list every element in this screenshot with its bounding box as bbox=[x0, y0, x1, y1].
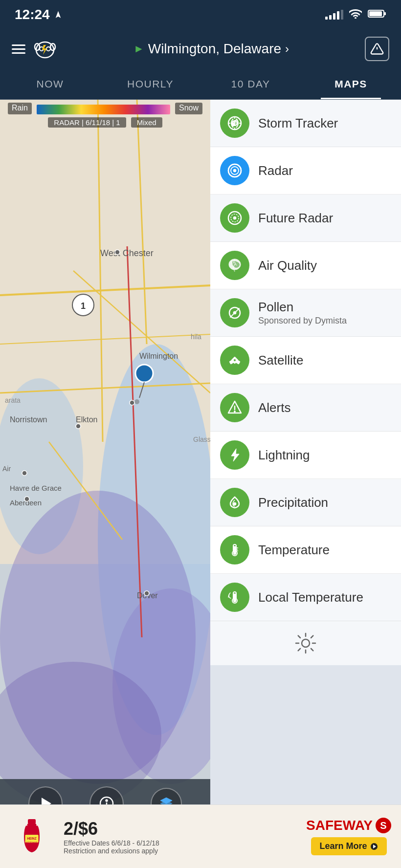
air-quality-icon-bg bbox=[220, 251, 249, 280]
alerts-text: Alerts bbox=[258, 400, 290, 415]
satellite-icon bbox=[226, 352, 243, 369]
menu-overlay: Storm Tracker Radar bbox=[210, 100, 401, 828]
signal-bars bbox=[325, 10, 343, 20]
location-arrow-icon bbox=[54, 10, 63, 19]
hamburger-menu[interactable] bbox=[12, 44, 25, 54]
svg-text:Havre de Grace: Havre de Grace bbox=[10, 484, 62, 492]
location-text: Wilmington, Delaware bbox=[148, 41, 281, 57]
menu-item-precipitation[interactable]: Precipitation bbox=[210, 479, 401, 526]
svg-text:1: 1 bbox=[81, 301, 86, 311]
temperature-icon bbox=[226, 542, 243, 558]
svg-point-75 bbox=[234, 411, 236, 412]
menu-item-satellite[interactable]: Satellite bbox=[210, 337, 401, 384]
svg-point-36 bbox=[76, 424, 81, 429]
temperature-text: Temperature bbox=[258, 542, 330, 558]
menu-item-radar[interactable]: Radar bbox=[210, 147, 401, 195]
svg-rect-87 bbox=[234, 594, 236, 600]
map-area[interactable]: 1 West Chester Norristown arata Havre de… bbox=[0, 100, 210, 828]
ad-store: SAFEWAY S Learn More bbox=[306, 818, 391, 855]
svg-text:KETCHUP: KETCHUP bbox=[26, 841, 38, 844]
app-logo bbox=[32, 36, 58, 62]
tab-hourly[interactable]: HOURLY bbox=[100, 68, 200, 99]
svg-point-45 bbox=[135, 365, 153, 382]
pollen-icon bbox=[226, 304, 243, 321]
precipitation-icon bbox=[226, 494, 243, 511]
ad-deal-info: 2/$6 Effective Dates 6/6/18 - 6/12/18 Re… bbox=[64, 819, 296, 855]
tab-now[interactable]: NOW bbox=[0, 68, 100, 99]
svg-point-34 bbox=[24, 497, 29, 501]
svg-point-80 bbox=[233, 552, 236, 555]
play-arrow-icon bbox=[370, 843, 378, 850]
status-time: 12:24 bbox=[15, 7, 63, 22]
legend-rain-label: Rain bbox=[8, 103, 32, 114]
svg-point-52 bbox=[106, 800, 107, 802]
lightning-icon bbox=[226, 447, 243, 463]
svg-text:HEINZ: HEINZ bbox=[27, 837, 36, 840]
satellite-text: Satellite bbox=[258, 353, 304, 368]
map-container: 1 West Chester Norristown arata Havre de… bbox=[0, 100, 401, 828]
alert-triangle-icon bbox=[370, 42, 384, 56]
storm-tracker-icon-bg bbox=[220, 108, 249, 138]
wifi-icon bbox=[349, 9, 362, 21]
learn-more-button[interactable]: Learn More bbox=[311, 837, 387, 855]
map-svg: 1 West Chester Norristown arata Havre de… bbox=[0, 100, 210, 828]
svg-point-69 bbox=[233, 311, 236, 314]
temperature-icon-bg bbox=[220, 535, 249, 564]
ad-banner: HEINZ KETCHUP 2/$6 Effective Dates 6/6/1… bbox=[0, 804, 401, 868]
local-temp-icon bbox=[226, 589, 243, 606]
radar-info-label: RADAR | 6/11/18 | 1 bbox=[48, 117, 126, 128]
menu-item-local-temperature[interactable]: Local Temperature bbox=[210, 574, 401, 621]
tab-maps[interactable]: MAPS bbox=[301, 68, 401, 99]
svg-point-58 bbox=[232, 123, 235, 126]
svg-text:Air: Air bbox=[2, 465, 11, 473]
svg-text:West Chester: West Chester bbox=[100, 248, 154, 258]
air-quality-text: Air Quality bbox=[258, 258, 317, 273]
menu-item-lightning[interactable]: Lightning bbox=[210, 432, 401, 479]
svg-point-48 bbox=[130, 400, 134, 405]
menu-item-air-quality[interactable]: Air Quality bbox=[210, 242, 401, 289]
future-radar-icon-bg bbox=[220, 203, 249, 233]
menu-item-storm-tracker[interactable]: Storm Tracker bbox=[210, 100, 401, 147]
alerts-icon-bg bbox=[220, 393, 249, 422]
svg-point-38 bbox=[22, 471, 27, 476]
svg-rect-2 bbox=[384, 12, 386, 15]
alerts-icon bbox=[226, 399, 243, 416]
pollen-text: Pollen Sponsored by Dymista bbox=[258, 300, 347, 326]
svg-rect-79 bbox=[234, 546, 236, 552]
svg-rect-1 bbox=[369, 11, 382, 16]
tab-10day[interactable]: 10 DAY bbox=[200, 68, 301, 99]
header: ► Wilmington, Delaware › bbox=[0, 29, 401, 68]
future-radar-label: Future Radar bbox=[258, 211, 333, 226]
alert-button[interactable] bbox=[365, 37, 389, 61]
menu-item-settings[interactable] bbox=[210, 621, 401, 665]
local-temperature-label: Local Temperature bbox=[258, 590, 363, 605]
menu-item-alerts[interactable]: Alerts bbox=[210, 384, 401, 432]
air-quality-icon bbox=[226, 257, 243, 274]
lightning-text: Lightning bbox=[258, 448, 310, 463]
svg-point-29 bbox=[115, 250, 120, 255]
satellite-icon-bg bbox=[220, 346, 249, 375]
local-temperature-text: Local Temperature bbox=[258, 590, 363, 605]
svg-text:Norristown: Norristown bbox=[10, 415, 47, 424]
location-button[interactable]: ► Wilmington, Delaware › bbox=[134, 41, 289, 57]
menu-item-temperature[interactable]: Temperature bbox=[210, 526, 401, 574]
svg-point-41 bbox=[144, 591, 149, 596]
radar-legend-bar: Rain Snow RADAR | 6/11/18 | 1 Mixed bbox=[0, 100, 210, 128]
menu-item-pollen[interactable]: Pollen Sponsored by Dymista bbox=[210, 289, 401, 337]
radar-mixed-label: Mixed bbox=[131, 117, 162, 128]
menu-item-future-radar[interactable]: Future Radar bbox=[210, 195, 401, 242]
battery-icon bbox=[368, 9, 386, 21]
status-icons bbox=[325, 9, 386, 21]
radar-icon bbox=[226, 162, 243, 179]
radar-icon-bg bbox=[220, 156, 249, 185]
temperature-label: Temperature bbox=[258, 542, 330, 558]
future-radar-text: Future Radar bbox=[258, 211, 333, 226]
pollen-sublabel: Sponsored by Dymista bbox=[258, 316, 347, 326]
svg-text:Glass: Glass bbox=[193, 435, 210, 443]
pollen-icon-bg bbox=[220, 298, 249, 327]
svg-point-88 bbox=[302, 639, 310, 647]
precipitation-text: Precipitation bbox=[258, 495, 328, 510]
lightning-label: Lightning bbox=[258, 448, 310, 463]
alerts-label: Alerts bbox=[258, 400, 290, 415]
precipitation-icon-bg bbox=[220, 488, 249, 517]
